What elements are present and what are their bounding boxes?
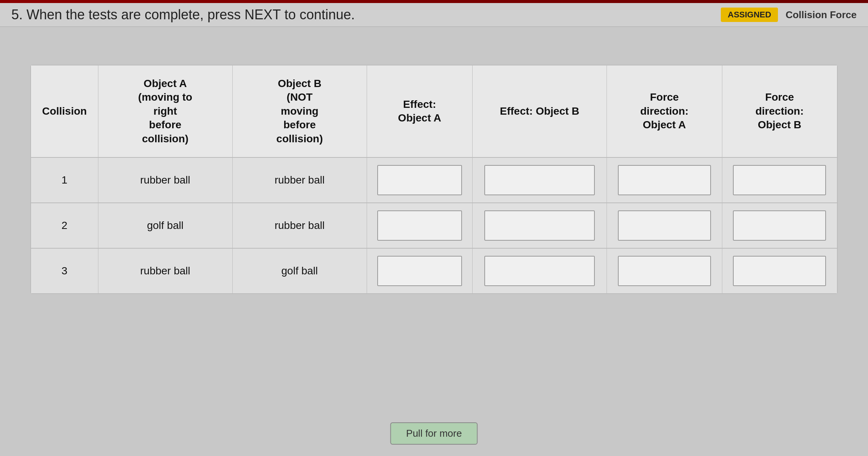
answer-box-effect-a-3[interactable] — [377, 256, 462, 286]
top-bar — [0, 0, 868, 3]
table-container: Collision Object A(moving torightbeforec… — [30, 65, 838, 294]
col-header-object-b: Object B(NOTmovingbeforecollision) — [232, 65, 367, 157]
cell-object-a-3: rubber ball — [98, 248, 232, 294]
bottom-hint: Pull for more — [390, 422, 478, 445]
answer-box-force-a-1[interactable] — [618, 165, 711, 195]
cell-effect-a-1[interactable] — [367, 157, 472, 203]
col-header-object-a: Object A(moving torightbeforecollision) — [98, 65, 232, 157]
cell-effect-b-1[interactable] — [472, 157, 607, 203]
col-header-effect-b: Effect: Object B — [472, 65, 607, 157]
cell-force-b-3[interactable] — [722, 248, 837, 294]
app-title: Collision Force — [786, 9, 857, 21]
main-content: Collision Object A(moving torightbeforec… — [0, 27, 868, 309]
col-header-collision: Collision — [31, 65, 98, 157]
data-table: Collision Object A(moving torightbeforec… — [31, 65, 837, 294]
cell-effect-a-2[interactable] — [367, 203, 472, 248]
table-header-row: Collision Object A(moving torightbeforec… — [31, 65, 837, 157]
table-row: 2golf ballrubber ball — [31, 203, 837, 248]
cell-collision-1: 1 — [31, 157, 98, 203]
instruction-text: 5. When the tests are complete, press NE… — [11, 7, 355, 23]
answer-box-effect-b-2[interactable] — [484, 210, 595, 241]
cell-effect-b-2[interactable] — [472, 203, 607, 248]
cell-effect-b-3[interactable] — [472, 248, 607, 294]
answer-box-effect-a-1[interactable] — [377, 165, 462, 195]
cell-object-b-3: golf ball — [232, 248, 367, 294]
assigned-badge: ASSIGNED — [721, 8, 778, 22]
col-header-force-a: Forcedirection:Object A — [607, 65, 722, 157]
cell-force-b-1[interactable] — [722, 157, 837, 203]
cell-collision-3: 3 — [31, 248, 98, 294]
col-header-effect-a: Effect:Object A — [367, 65, 472, 157]
header: 5. When the tests are complete, press NE… — [0, 3, 868, 27]
answer-box-effect-b-3[interactable] — [484, 256, 595, 286]
cell-effect-a-3[interactable] — [367, 248, 472, 294]
answer-box-force-a-3[interactable] — [618, 256, 711, 286]
cell-collision-2: 2 — [31, 203, 98, 248]
answer-box-effect-b-1[interactable] — [484, 165, 595, 195]
answer-box-effect-a-2[interactable] — [377, 210, 462, 241]
cell-object-a-1: rubber ball — [98, 157, 232, 203]
cell-object-b-2: rubber ball — [232, 203, 367, 248]
answer-box-force-b-2[interactable] — [733, 210, 826, 241]
table-row: 1rubber ballrubber ball — [31, 157, 837, 203]
table-row: 3rubber ballgolf ball — [31, 248, 837, 294]
cell-force-b-2[interactable] — [722, 203, 837, 248]
answer-box-force-b-3[interactable] — [733, 256, 826, 286]
cell-object-a-2: golf ball — [98, 203, 232, 248]
col-header-force-b: Forcedirection:Object B — [722, 65, 837, 157]
answer-box-force-b-1[interactable] — [733, 165, 826, 195]
cell-force-a-3[interactable] — [607, 248, 722, 294]
cell-force-a-2[interactable] — [607, 203, 722, 248]
hint-button[interactable]: Pull for more — [390, 422, 478, 445]
cell-object-b-1: rubber ball — [232, 157, 367, 203]
answer-box-force-a-2[interactable] — [618, 210, 711, 241]
header-right: ASSIGNED Collision Force — [721, 8, 857, 22]
cell-force-a-1[interactable] — [607, 157, 722, 203]
